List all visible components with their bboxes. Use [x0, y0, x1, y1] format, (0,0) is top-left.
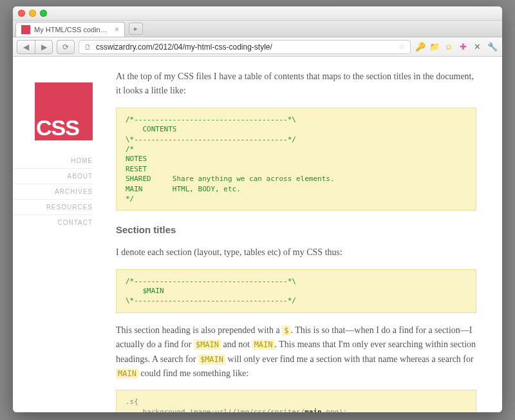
bookmark-star-icon[interactable]: ☆	[397, 43, 406, 52]
logo-text: CSS	[36, 115, 79, 140]
site-sidebar: CSS HOME ABOUT ARCHIVES RESOURCES CONTAC…	[13, 57, 103, 412]
tab-strip: My HTML/CSS coding style — ... × ▸	[13, 21, 502, 37]
extension-smile-icon[interactable]: ☺	[443, 41, 454, 53]
code-block-main: /*------------------------------------*\…	[116, 269, 476, 313]
url-input[interactable]	[96, 43, 393, 52]
back-button[interactable]: ◀	[17, 40, 35, 54]
inline-code-dollar: $	[282, 325, 290, 336]
nav-buttons: ◀ ▶	[17, 40, 53, 54]
extension-folder-icon[interactable]: 📁	[429, 41, 440, 53]
nav-resources[interactable]: RESOURCES	[13, 199, 93, 215]
nav-archives[interactable]: ARCHIVES	[13, 184, 93, 199]
extension-icons: 🔑 📁 ☺ ✚ ✕	[415, 41, 483, 53]
inline-code-main1: MAIN	[252, 339, 275, 350]
nav-about[interactable]: ABOUT	[13, 168, 93, 184]
close-tab-icon[interactable]: ×	[115, 25, 119, 34]
reload-button[interactable]: ⟳	[57, 40, 75, 54]
browser-window: My HTML/CSS coding style — ... × ▸ ◀ ▶ ⟳…	[13, 6, 502, 412]
extension-plus-icon[interactable]: ✚	[457, 41, 469, 53]
nav-home[interactable]: HOME	[13, 153, 93, 168]
dollar-explanation: This section heading is also prepended w…	[116, 323, 476, 381]
code-block-contents: /*------------------------------------*\…	[116, 108, 476, 211]
forward-button[interactable]: ▶	[35, 40, 53, 54]
inline-code-dmain1: $MAIN	[194, 339, 221, 350]
extension-tool-icon[interactable]: ✕	[471, 41, 483, 53]
site-nav: HOME ABOUT ARCHIVES RESOURCES CONTACT	[13, 153, 103, 230]
new-tab-button[interactable]: ▸	[129, 23, 143, 35]
favicon-icon	[21, 25, 30, 34]
section-titles-heading: Section titles	[116, 222, 476, 238]
nav-contact[interactable]: CONTACT	[13, 215, 93, 230]
page-icon: 🗋	[83, 43, 92, 52]
inline-code-dmain2: $MAIN	[198, 354, 225, 365]
page-viewport: CSS HOME ABOUT ARCHIVES RESOURCES CONTAC…	[13, 57, 502, 412]
site-logo[interactable]: CSS	[35, 82, 93, 140]
zoom-window-button[interactable]	[40, 10, 47, 17]
traffic-lights	[18, 10, 47, 17]
chrome-menu-icon[interactable]: 🔧	[487, 41, 498, 53]
article-content: At the top of my CSS files I have a tabl…	[103, 57, 502, 412]
tab-title: My HTML/CSS coding style — ...	[34, 26, 111, 33]
browser-tab[interactable]: My HTML/CSS coding style — ... ×	[15, 22, 125, 37]
section-titles-intro: I denote each section (layout, type, tab…	[116, 245, 476, 260]
extension-key-icon[interactable]: 🔑	[415, 41, 426, 53]
address-bar[interactable]: 🗋 ☆	[79, 40, 411, 54]
toolbar: ◀ ▶ ⟳ 🗋 ☆ 🔑 📁 ☺ ✚ ✕ 🔧	[13, 37, 502, 57]
inline-code-main2: MAIN	[116, 368, 138, 379]
close-window-button[interactable]	[18, 10, 25, 17]
minimize-window-button[interactable]	[29, 10, 36, 17]
titlebar	[13, 6, 502, 21]
code-block-sprite: .s{ background-image:url(/img/css/sprite…	[116, 390, 476, 412]
intro-paragraph: At the top of my CSS files I have a tabl…	[116, 70, 476, 99]
